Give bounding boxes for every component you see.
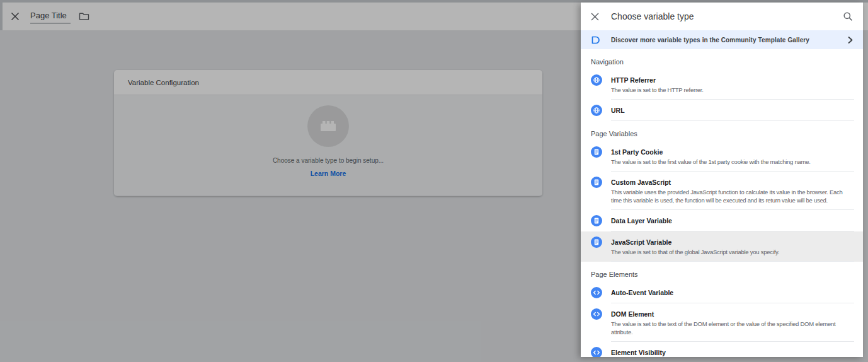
variable-type-description: The value is set to the HTTP referrer. — [611, 86, 854, 94]
variable-type-title: Auto-Event Variable — [611, 288, 854, 298]
section-label-page-variables: Page Variables — [581, 121, 863, 141]
globe-icon — [591, 105, 602, 116]
gallery-icon — [591, 36, 600, 44]
drawer-title: Choose variable type — [611, 11, 694, 21]
variable-type-item-data-layer-variable[interactable]: Data Layer Variable — [581, 210, 863, 231]
variable-type-title: DOM Element — [611, 309, 854, 319]
globe-icon — [591, 74, 602, 86]
variable-type-item-custom-javascript[interactable]: Custom JavaScriptThis variable uses the … — [581, 172, 863, 210]
variable-type-description: The value is set to that of the global J… — [611, 248, 854, 256]
banner-text: Discover more variable types in the Comm… — [611, 37, 809, 44]
variable-type-title: 1st Party Cookie — [611, 147, 854, 157]
variable-type-item-url[interactable]: URL — [581, 100, 863, 121]
variable-type-item-auto-event-variable[interactable]: Auto-Event Variable — [581, 282, 863, 303]
choose-variable-type-drawer: Choose variable type Discover more varia… — [581, 3, 863, 357]
variable-type-item-element-visibility[interactable]: Element Visibility — [581, 342, 863, 357]
document-icon — [591, 236, 602, 248]
variable-type-item-dom-element[interactable]: DOM ElementThe value is set to the text … — [581, 303, 863, 342]
variable-type-title: Element Visibility — [611, 347, 854, 357]
variable-type-title: Data Layer Variable — [611, 216, 854, 226]
drawer-header: Choose variable type — [581, 3, 863, 30]
document-icon — [591, 177, 602, 188]
variable-type-item-http-referrer[interactable]: HTTP ReferrerThe value is set to the HTT… — [581, 69, 863, 100]
variable-type-description: This variable uses the provided JavaScri… — [611, 188, 854, 204]
document-icon — [591, 215, 602, 226]
variable-type-item-javascript-variable[interactable]: JavaScript VariableThe value is set to t… — [581, 231, 863, 262]
variable-type-title: JavaScript Variable — [611, 237, 854, 247]
variable-type-list: NavigationHTTP ReferrerThe value is set … — [581, 49, 863, 357]
section-label-navigation: Navigation — [581, 49, 863, 69]
variable-type-item-1st-party-cookie[interactable]: 1st Party CookieThe value is set to the … — [581, 141, 863, 172]
section-label-page-elements: Page Elements — [581, 262, 863, 282]
document-icon — [591, 146, 602, 158]
close-drawer-icon[interactable] — [591, 13, 599, 21]
chevron-right-icon — [848, 37, 853, 44]
variable-type-title: URL — [611, 105, 854, 115]
community-gallery-banner[interactable]: Discover more variable types in the Comm… — [581, 30, 863, 49]
app-root: Page Title Variable Configuration Choose… — [0, 0, 868, 362]
code-icon — [591, 308, 602, 320]
variable-type-title: Custom JavaScript — [611, 177, 854, 187]
code-icon — [591, 287, 602, 298]
left-edge-strip — [0, 0, 3, 30]
variable-type-title: HTTP Referrer — [611, 75, 854, 85]
variable-type-description: The value is set to the text of the DOM … — [611, 320, 854, 336]
code-icon — [591, 347, 602, 357]
search-icon[interactable] — [843, 11, 853, 21]
variable-type-description: The value is set to the first value of t… — [611, 158, 854, 166]
